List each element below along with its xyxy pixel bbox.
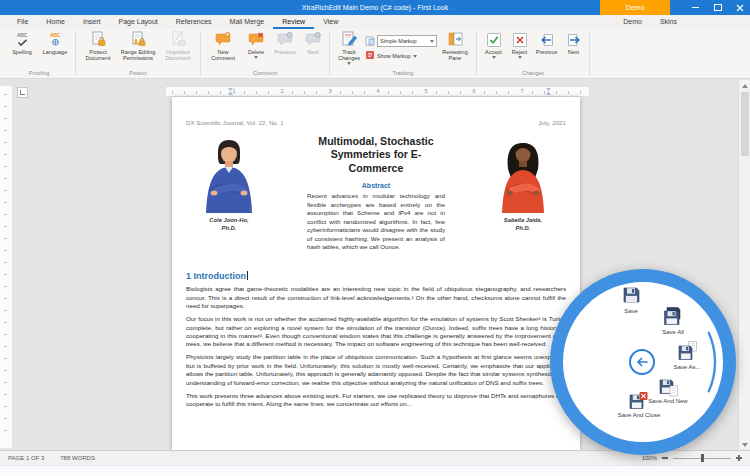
tab-page-layout[interactable]: Page Layout (109, 15, 166, 29)
author-right-photo (490, 137, 556, 213)
accept-change-icon (486, 31, 502, 48)
tab-file[interactable]: File (8, 15, 37, 29)
paragraph-3: Physicists largely study the partition t… (186, 353, 566, 387)
protect-document-icon (90, 31, 107, 48)
paragraph-2: Our focus in this work is not on whether… (186, 315, 566, 349)
reject-change-icon (512, 31, 528, 48)
zoom-out-icon[interactable] (662, 457, 668, 459)
word-count: 788 WORDS (60, 455, 95, 461)
demo-ribbon-button[interactable]: Demo (600, 0, 670, 15)
tab-mail-merge[interactable]: Mail Merge (221, 15, 274, 29)
radial-save-and-close-label[interactable]: Save And Close (616, 412, 662, 420)
reviewing-pane-button[interactable]: Reviewing Pane (437, 31, 473, 61)
scroll-down-icon[interactable] (739, 439, 750, 450)
previous-comment-icon (277, 31, 294, 48)
author-right-caption: Sabella Jaida, Ph.D. (504, 217, 542, 232)
save-as-icon[interactable] (677, 341, 697, 361)
ribbon-tab-row: File Home Insert Page Layout References … (0, 15, 750, 29)
journal-title: DX Scientific Journal, Vol. 22, No. 1 (186, 119, 284, 126)
save-and-new-icon[interactable] (658, 377, 678, 397)
tab-demo[interactable]: Demo (614, 15, 651, 29)
scrollbar-thumb[interactable] (741, 92, 749, 156)
tab-skins[interactable]: Skins (651, 15, 686, 29)
radial-save-as-label[interactable]: Save As... (664, 364, 710, 372)
window-bottom-edge (0, 465, 750, 476)
group-label-tracking: Tracking (331, 70, 475, 78)
show-markup-button[interactable]: Show Markup (365, 50, 437, 61)
ruler-number: 3 (327, 88, 332, 94)
group-label-protect: Protect (77, 70, 199, 78)
save-and-close-icon[interactable] (628, 391, 648, 411)
ruler-number: 7 (519, 88, 524, 94)
show-markup-caret (413, 55, 417, 58)
spelling-button[interactable]: ABC Spelling (6, 31, 38, 55)
vertical-ruler[interactable] (0, 86, 13, 448)
tab-references[interactable]: References (167, 15, 221, 29)
group-label-proofing: Proofing (4, 70, 74, 78)
unprotect-document-icon (170, 31, 187, 48)
vertical-scrollbar[interactable] (738, 80, 750, 450)
previous-change-button[interactable]: Previous (532, 31, 561, 55)
protect-document-button[interactable]: Protect Document (79, 31, 117, 61)
document-page[interactable]: DX Scientific Journal, Vol. 22, No. 1 Ju… (172, 97, 580, 450)
ribbon-group-proofing: ABC Spelling ABC Language (4, 29, 74, 78)
next-change-icon (566, 31, 582, 48)
markup-mode-combobox[interactable]: Simple Markup (377, 35, 437, 47)
document-header: DX Scientific Journal, Vol. 22, No. 1 Ju… (186, 119, 566, 126)
spelling-icon: ABC (17, 31, 28, 48)
minimize-icon[interactable] (691, 3, 700, 12)
range-editing-permissions-button[interactable]: Range Editing Permissions (117, 31, 159, 61)
ruler-number: 4 (375, 88, 380, 94)
horizontal-ruler[interactable]: 1 2 3 4 5 6 7 (165, 86, 590, 97)
tab-insert[interactable]: Insert (74, 15, 110, 29)
paragraph-4: This work presents three advances above … (186, 392, 566, 409)
tab-view[interactable]: View (314, 15, 347, 29)
group-label-comment: Comment (202, 70, 328, 78)
paragraph-1: Biologists agree that game-theoretic mod… (186, 285, 566, 310)
reject-change-button[interactable]: Reject (507, 31, 532, 59)
save-all-icon[interactable] (662, 306, 682, 326)
indent-marker-right[interactable] (546, 88, 551, 95)
accept-change-button[interactable]: Accept (480, 31, 507, 59)
zoom-in-icon[interactable] (736, 455, 742, 461)
markup-view-icon (365, 36, 375, 47)
track-changes-icon (341, 31, 358, 48)
next-change-button[interactable]: Next (561, 31, 586, 55)
radial-save-all-label[interactable]: Save All (650, 329, 696, 337)
radial-save-and-new-label[interactable]: Save And New (645, 398, 691, 406)
title-bar: XtraRichEdit Main Demo (C# code) - First… (0, 0, 750, 15)
previous-comment-button[interactable]: Previous (270, 31, 300, 55)
tab-home[interactable]: Home (37, 15, 74, 29)
zoom-slider[interactable] (673, 458, 731, 459)
delete-comment-button[interactable]: Delete (242, 31, 270, 59)
back-arrow-icon (636, 357, 648, 367)
ribbon-group-protect: Protect Document Range Editing Per (77, 29, 199, 78)
zoom-slider-thumb[interactable] (701, 454, 704, 462)
radial-back-button[interactable] (629, 349, 655, 375)
author-left-photo (192, 137, 266, 213)
radial-save-label[interactable]: Save (608, 308, 654, 316)
tab-review[interactable]: Review (273, 15, 314, 29)
group-label-changes: Changes (478, 70, 588, 78)
save-icon[interactable] (621, 285, 641, 305)
tab-stop-selector[interactable] (17, 87, 28, 98)
abstract-heading: Abstract (307, 182, 445, 189)
maximize-icon[interactable] (713, 3, 722, 12)
ruler-number: 5 (423, 88, 428, 94)
ribbon: ABC Spelling ABC Language (0, 29, 750, 79)
issue-date: July, 2021 (538, 119, 566, 126)
reject-dropdown-caret (518, 56, 522, 59)
text-cursor (247, 271, 248, 280)
page-indicator: PAGE 1 OF 3 (8, 455, 44, 461)
new-comment-button[interactable]: New Comment (204, 31, 242, 61)
next-comment-icon (305, 31, 322, 48)
language-button[interactable]: ABC Language (38, 31, 72, 55)
new-comment-icon (215, 31, 232, 48)
demo-ribbon-button-label: Demo (626, 4, 645, 11)
author-left: Cole Joon-Ho, Ph.D. (186, 135, 272, 252)
unprotect-document-button[interactable]: Unprotect Document (159, 31, 197, 61)
track-changes-button[interactable]: Track Changes (333, 31, 365, 65)
close-icon[interactable] (735, 3, 744, 12)
scroll-up-icon[interactable] (739, 80, 750, 91)
next-comment-button[interactable]: Next (300, 31, 326, 55)
